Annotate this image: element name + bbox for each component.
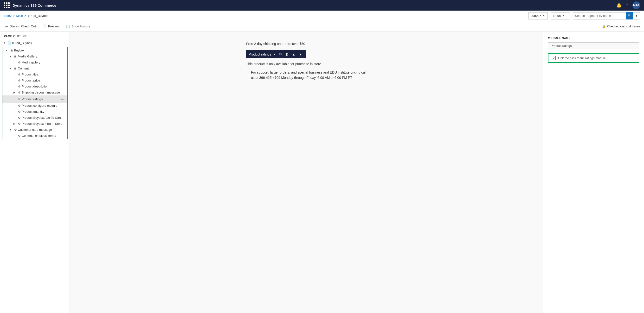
product-desc-label: Product description (22, 85, 65, 88)
ratings-down-button[interactable]: ▼ (298, 52, 303, 57)
top-nav: Dynamics 365 Commerce 🔔 ? MRG (0, 0, 644, 10)
locale-dropdown[interactable]: en-us ▼ (550, 12, 570, 19)
tree-item-shipping-discount[interactable]: ▶ ⚙ Shipping discount message (2, 89, 67, 95)
lock-icon: 🔒 (602, 24, 606, 28)
main-layout: Page Outline ▼ 📄 1Prod_Buybox ▼ ⊞ Buybox… (0, 32, 644, 313)
discard-icon: ↩ (5, 24, 8, 28)
id-value: 000037 (531, 14, 541, 17)
media-gallery-expand-icon: ▼ (8, 55, 13, 58)
trash-icon: 🗑 (285, 52, 288, 56)
tree-item-product-configure[interactable]: ⚙ Product configure module (2, 103, 67, 109)
tree-item-product-description[interactable]: ⚙ Product description (2, 83, 67, 89)
sidebar: Page Outline ▼ 📄 1Prod_Buybox ▼ ⊞ Buybox… (0, 32, 70, 313)
discard-label: Discard Check Out (10, 24, 36, 28)
find-in-store-gear-icon: ⚙ (17, 122, 22, 125)
ratings-dropdown-chevron-icon: ▼ (273, 53, 276, 55)
tree-item-customer-care[interactable]: ▼ ⚙ Customer care message (2, 127, 67, 133)
tree-item-find-in-store[interactable]: ▶ ⚙ Product Buybox Find In Store (2, 121, 67, 127)
shipping-expand-icon: ▶ (12, 91, 17, 94)
breadcrumb-sep-2: > (24, 14, 26, 17)
ratings-copy-button[interactable]: ⧉ (278, 52, 283, 57)
breadcrumb-bar: fedev > Main > 1Prod_Buybox 000037 ▼ en-… (0, 10, 644, 21)
tree-item-product-title[interactable]: ⚙ Product title (2, 71, 67, 77)
help-icon[interactable]: ? (626, 3, 628, 7)
product-configure-gear-icon: ⚙ (17, 104, 22, 107)
discard-checkout-button[interactable]: ↩ Discard Check Out (4, 23, 37, 29)
tree-item-product-ratings[interactable]: ⚙ Product ratings ··· (2, 95, 67, 103)
media-gallery-grid-icon: ⊞ (13, 55, 18, 58)
search-input[interactable] (573, 14, 626, 17)
tree-item-buybox[interactable]: ▼ ⊞ Buybox (2, 47, 67, 53)
customer-care-gear-icon: ⚙ (13, 128, 18, 131)
waffle-menu[interactable] (4, 2, 10, 8)
product-title-label: Product title (22, 73, 65, 76)
add-to-cart-gear-icon: ⚙ (17, 116, 22, 119)
product-ratings-label: Product ratings (22, 97, 60, 101)
tree-item-content-rich-block[interactable]: ⚙ Content rich block item 1 (2, 133, 67, 139)
arrow-up-icon: ▲ (292, 52, 295, 56)
right-panel: MODULE NAME Link the click to full ratin… (543, 32, 644, 313)
media-gallery-label: Media gallery (22, 61, 65, 64)
product-price-label: Product price (22, 79, 65, 82)
product-configure-label: Product configure module (22, 104, 65, 107)
breadcrumb-current: 1Prod_Buybox (28, 14, 48, 17)
breadcrumb-fedev[interactable]: fedev (4, 14, 12, 17)
breadcrumb-main[interactable]: Main (16, 14, 23, 17)
product-quantity-gear-icon: ⚙ (17, 110, 22, 113)
module-name-title: MODULE NAME (548, 36, 639, 39)
user-avatar[interactable]: MRG (632, 1, 640, 9)
product-desc-gear-icon: ⚙ (17, 85, 22, 88)
search-dropdown-button[interactable]: ▼ (633, 12, 640, 19)
preview-label: Preview (48, 24, 59, 28)
product-ratings-more-button[interactable]: ··· (60, 97, 65, 101)
product-quantity-label: Product quantity (22, 110, 65, 113)
checkout-status: Checked out to drbesse (607, 24, 640, 28)
content-group-grid-icon: ⊞ (13, 67, 18, 70)
ratings-actions: ⧉ 🗑 ▲ ▼ (278, 52, 303, 57)
customer-care-label: Customer care message (18, 128, 65, 131)
root-label: 1Prod_Buybox (12, 41, 68, 45)
root-file-icon: 📄 (7, 41, 12, 45)
id-dropdown[interactable]: 000037 ▼ (528, 12, 548, 19)
content-rich-label: Content rich block item 1 (22, 134, 65, 137)
link-ratings-option: Link the click to full ratings module (548, 53, 639, 63)
ratings-delete-button[interactable]: 🗑 (284, 52, 290, 57)
tree-item-add-to-cart[interactable]: ⚙ Product Buybox Add To Cart (2, 115, 67, 121)
preview-button[interactable]: 📄 Preview (41, 23, 61, 29)
shipping-preview-message: Free 2-day shipping on orders over $50 (246, 41, 366, 46)
buybox-grid-icon: ⊞ (9, 49, 14, 52)
tree-item-content-group[interactable]: ▼ ⊞ Content (2, 65, 67, 71)
product-ratings-preview-bar[interactable]: Product ratings ▼ ⧉ 🗑 ▲ ▼ (246, 50, 306, 58)
module-name-input[interactable] (548, 42, 639, 49)
show-history-button[interactable]: 🕐 Show History (64, 23, 92, 29)
tree-item-media-gallery[interactable]: ⚙ Media gallery (2, 59, 67, 65)
shipping-gear-icon: ⚙ (17, 91, 22, 94)
link-ratings-checkbox[interactable] (552, 56, 556, 60)
page-outline-title: Page Outline (0, 32, 70, 40)
ratings-up-button[interactable]: ▲ (291, 52, 296, 57)
breadcrumb-sep-1: > (13, 14, 15, 17)
tree-item-product-quantity[interactable]: ⚙ Product quantity (2, 109, 67, 115)
notification-icon[interactable]: 🔔 (616, 3, 622, 8)
history-label: Show History (72, 24, 90, 28)
content-rich-gear-icon: ⚙ (17, 134, 22, 137)
history-icon: 🕐 (66, 24, 70, 28)
media-gallery-group-label: Media Gallery (18, 54, 65, 58)
search-button[interactable]: 🔍 (626, 12, 633, 19)
root-expand-icon: ▼ (2, 41, 7, 44)
product-title-gear-icon: ⚙ (17, 73, 22, 76)
buybox-label: Buybox (14, 48, 65, 52)
content-group-expand-icon: ▼ (8, 67, 13, 70)
content-group-label: Content (18, 67, 65, 70)
link-ratings-label: Link the click to full ratings module (558, 56, 606, 60)
customer-care-expand-icon: ▼ (8, 128, 13, 131)
tree-root-item[interactable]: ▼ 📄 1Prod_Buybox (0, 40, 70, 46)
tree-item-product-price[interactable]: ⚙ Product price (2, 77, 67, 83)
app-title: Dynamics 365 Commerce (12, 3, 56, 7)
preview-icon: 📄 (42, 24, 47, 28)
search-icon: 🔍 (628, 14, 632, 17)
arrow-down-icon: ▼ (299, 52, 302, 56)
shipping-label: Shipping discount message (22, 91, 65, 94)
support-preview-message: For support, larger orders, and special … (246, 70, 366, 80)
tree-item-media-gallery-group[interactable]: ▼ ⊞ Media Gallery (2, 53, 67, 59)
